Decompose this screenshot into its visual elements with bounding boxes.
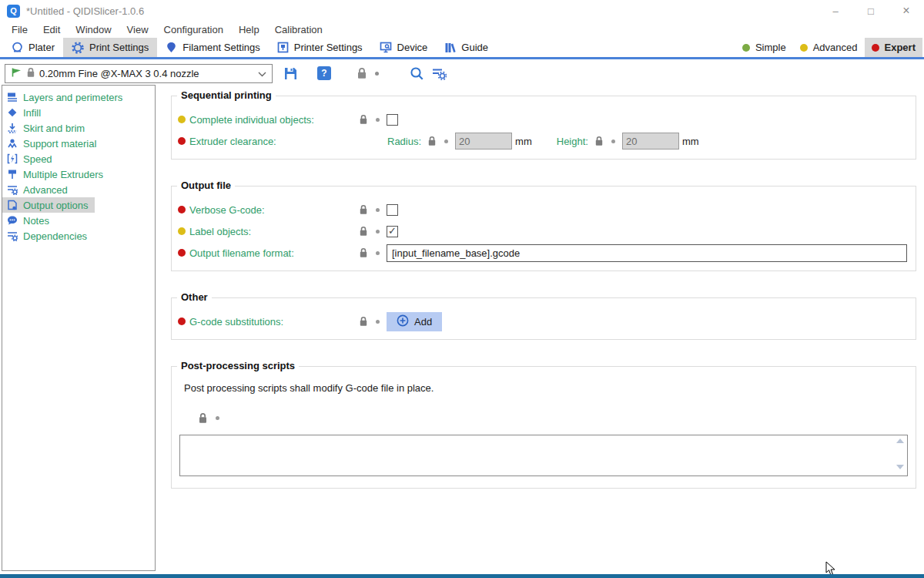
option-label: Complete individual objects: — [189, 114, 353, 126]
device-icon — [380, 42, 392, 53]
chevron-down-icon — [258, 68, 266, 79]
mode-flag-yellow-icon — [178, 227, 186, 235]
lock-icon[interactable] — [359, 226, 368, 237]
post-processing-lock-row — [178, 412, 909, 424]
sidebar-item-output-options[interactable]: Output options — [2, 197, 95, 213]
add-substitution-button[interactable]: Add — [387, 312, 442, 331]
mode-expert[interactable]: Expert — [865, 38, 922, 57]
sidebar-item-notes[interactable]: Notes — [2, 213, 55, 228]
revert-dot-icon[interactable] — [376, 208, 380, 212]
sidebar-item-multiple-extruders[interactable]: Multiple Extruders — [2, 166, 109, 182]
section-post-processing-scripts: Post-processing scripts Post processing … — [171, 366, 916, 489]
menu-help[interactable]: Help — [231, 24, 267, 35]
sidebar-item-support-material[interactable]: Support material — [2, 136, 102, 151]
settings-category-sidebar: Layers and perimeters Infill Skirt and b… — [2, 85, 156, 571]
revert-dot-icon[interactable] — [375, 72, 379, 76]
mode-advanced[interactable]: Advanced — [793, 38, 865, 57]
infill-icon — [7, 107, 18, 118]
lock-icon[interactable] — [359, 114, 368, 125]
printer-settings-icon — [277, 42, 289, 53]
compare-settings-button[interactable] — [431, 67, 447, 80]
close-button[interactable]: × — [889, 0, 924, 22]
preset-toolbar: 0.20mm Fine @X-MAX 3 0.4 nozzle ? — [0, 59, 924, 87]
section-title: Sequential printing — [177, 89, 276, 101]
menu-window[interactable]: Window — [68, 24, 119, 35]
option-label: Label objects: — [189, 226, 353, 237]
guide-icon — [444, 42, 456, 53]
menu-calibration[interactable]: Calibration — [267, 24, 330, 35]
revert-dot-icon[interactable] — [444, 139, 448, 143]
radius-label: Radius: — [387, 136, 421, 147]
advanced-icon — [7, 184, 18, 195]
revert-dot-icon[interactable] — [376, 251, 380, 255]
option-row-gcode-substitutions: G-code substitutions: Add — [178, 311, 909, 332]
section-title: Output file — [177, 180, 235, 191]
lock-icon[interactable] — [427, 136, 437, 146]
verbose-gcode-checkbox[interactable] — [387, 204, 398, 216]
preset-lock-icon — [26, 67, 35, 80]
option-label: Output filename format: — [189, 247, 353, 259]
label-objects-checkbox[interactable] — [387, 226, 398, 237]
revert-dot-icon[interactable] — [376, 230, 380, 234]
tab-guide[interactable]: Guide — [436, 38, 497, 57]
sidebar-item-infill[interactable]: Infill — [2, 105, 47, 120]
simple-mode-dot-icon — [742, 44, 750, 52]
tab-bar: Plater Print Settings Filament Settings … — [0, 38, 924, 59]
notes-icon — [7, 215, 18, 226]
complete-individual-objects-checkbox[interactable] — [387, 114, 398, 126]
bottom-accent-bar — [0, 574, 924, 578]
mode-flag-red-icon — [178, 318, 186, 325]
post-processing-script-box — [179, 435, 908, 476]
tab-print-settings[interactable]: Print Settings — [63, 38, 157, 57]
lock-preset-icon[interactable] — [357, 67, 367, 79]
option-row-verbose-gcode: Verbose G-code: — [178, 199, 909, 220]
sidebar-item-dependencies[interactable]: Dependencies — [2, 228, 93, 244]
mode-flag-red-icon — [178, 137, 186, 145]
search-button[interactable] — [410, 66, 424, 81]
preset-dropdown[interactable]: 0.20mm Fine @X-MAX 3 0.4 nozzle — [5, 64, 273, 83]
menu-edit[interactable]: Edit — [35, 24, 68, 35]
menu-view[interactable]: View — [119, 24, 156, 35]
output-filename-format-input[interactable] — [387, 244, 907, 262]
app-logo-icon: Q — [7, 5, 20, 18]
help-button[interactable]: ? — [317, 66, 331, 80]
section-other: Other G-code substitutions: Add — [171, 297, 916, 340]
window-controls: – □ × — [818, 0, 924, 22]
extruder-clearance-radius-input[interactable] — [455, 133, 512, 150]
tab-device[interactable]: Device — [371, 38, 437, 57]
revert-dot-icon[interactable] — [376, 118, 380, 122]
section-title: Other — [177, 291, 212, 303]
extruder-clearance-height-input[interactable] — [622, 133, 679, 150]
multiple-extruders-icon — [7, 169, 18, 180]
option-row-output-filename-format: Output filename format: — [178, 242, 909, 264]
save-preset-button[interactable] — [283, 66, 298, 81]
post-processing-script-textarea[interactable] — [180, 435, 907, 476]
scroll-down-icon[interactable] — [896, 465, 905, 472]
tab-printer-settings[interactable]: Printer Settings — [269, 38, 371, 57]
sidebar-item-speed[interactable]: Speed — [2, 151, 59, 166]
lock-icon[interactable] — [594, 136, 604, 146]
revert-dot-icon[interactable] — [611, 139, 615, 143]
output-options-icon — [7, 200, 18, 210]
lock-icon[interactable] — [359, 247, 368, 258]
minimize-button[interactable]: – — [818, 0, 853, 22]
menu-bar: File Edit Window View Configuration Help… — [0, 22, 924, 38]
maximize-button[interactable]: □ — [853, 0, 889, 22]
revert-dot-icon[interactable] — [376, 320, 380, 324]
sidebar-item-skirt-and-brim[interactable]: Skirt and brim — [2, 120, 91, 136]
mode-simple[interactable]: Simple — [735, 38, 793, 57]
menu-configuration[interactable]: Configuration — [156, 24, 231, 35]
add-button-label: Add — [414, 316, 432, 328]
tab-filament-settings[interactable]: Filament Settings — [157, 38, 268, 57]
speed-icon — [7, 153, 18, 164]
lock-icon[interactable] — [198, 412, 208, 424]
scroll-up-icon[interactable] — [896, 439, 905, 446]
menu-file[interactable]: File — [4, 24, 35, 35]
lock-icon[interactable] — [359, 204, 368, 215]
sidebar-item-advanced[interactable]: Advanced — [2, 182, 74, 197]
lock-icon[interactable] — [359, 316, 368, 327]
section-title: Post-processing scripts — [177, 360, 299, 371]
tab-plater[interactable]: Plater — [3, 38, 63, 57]
sidebar-item-layers-and-perimeters[interactable]: Layers and perimeters — [2, 89, 129, 105]
revert-dot-icon[interactable] — [216, 416, 219, 420]
